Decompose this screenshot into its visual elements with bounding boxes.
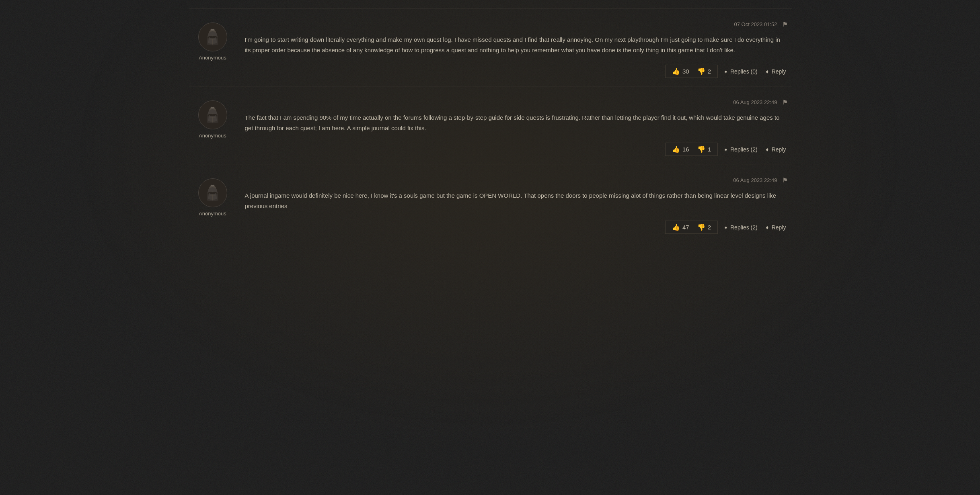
comment-date: 06 Aug 2023 22:49 [733, 99, 777, 105]
comment-content: 06 Aug 2023 22:49 ⚑ A journal ingame wou… [237, 176, 792, 234]
reply-label: Reply [772, 224, 786, 231]
username: Anonymous [199, 55, 226, 61]
like-button[interactable]: 👍 16 [672, 145, 689, 153]
avatar-section: Anonymous [189, 176, 237, 217]
vote-box: 👍 16 👎 1 [665, 143, 718, 156]
comment-actions: 👍 16 👎 1 ➧ Replies (2) ➧ Reply [245, 143, 788, 156]
replies-label: Replies (2) [730, 146, 758, 153]
thumbs-up-icon: 👍 [672, 68, 680, 75]
dislike-count: 2 [708, 68, 711, 75]
comments-section: Anonymous 07 Oct 2023 01:52 ⚑ I'm going … [181, 8, 800, 242]
dislike-button[interactable]: 👎 1 [697, 145, 711, 153]
replies-label: Replies (2) [730, 224, 758, 231]
avatar-section: Anonymous [189, 98, 237, 139]
comment-date: 07 Oct 2023 01:52 [734, 21, 777, 27]
avatar-section: Anonymous [189, 20, 237, 61]
dislike-count: 2 [708, 224, 711, 231]
comment-block: Anonymous 07 Oct 2023 01:52 ⚑ I'm going … [189, 8, 792, 86]
comment-text: I'm going to start writing down literall… [245, 35, 788, 55]
thumbs-up-icon: 👍 [672, 145, 680, 153]
flag-icon[interactable]: ⚑ [782, 176, 788, 184]
comment-header: 07 Oct 2023 01:52 ⚑ [245, 20, 788, 28]
like-button[interactable]: 👍 30 [672, 68, 689, 75]
reply-button[interactable]: ➧ Reply [763, 222, 788, 233]
svg-rect-5 [211, 107, 214, 108]
comment-content: 06 Aug 2023 22:49 ⚑ The fact that I am s… [237, 98, 792, 156]
reply-button[interactable]: ➧ Reply [763, 66, 788, 77]
comment-block: Anonymous 06 Aug 2023 22:49 ⚑ The fact t… [189, 86, 792, 164]
avatar [198, 22, 227, 51]
comment-actions: 👍 47 👎 2 ➧ Replies (2) ➧ Reply [245, 221, 788, 234]
replies-arrow-icon: ➧ [723, 146, 728, 153]
thumbs-up-icon: 👍 [672, 223, 680, 231]
vote-box: 👍 47 👎 2 [665, 221, 718, 234]
comment-actions: 👍 30 👎 2 ➧ Replies (0) ➧ Reply [245, 65, 788, 78]
comment-text: A journal ingame would definitely be nic… [245, 190, 788, 211]
thumbs-down-icon: 👎 [697, 68, 705, 75]
reply-label: Reply [772, 146, 786, 153]
like-count: 30 [682, 68, 689, 75]
reply-button[interactable]: ➧ Reply [763, 144, 788, 155]
reply-arrow-icon: ➧ [765, 68, 770, 75]
reply-arrow-icon: ➧ [765, 224, 770, 231]
replies-button[interactable]: ➧ Replies (2) [722, 144, 759, 155]
reply-label: Reply [772, 68, 786, 75]
flag-icon[interactable]: ⚑ [782, 20, 788, 28]
comment-date: 06 Aug 2023 22:49 [733, 177, 777, 183]
replies-label: Replies (0) [730, 68, 758, 75]
dislike-count: 1 [708, 146, 711, 153]
dislike-button[interactable]: 👎 2 [697, 223, 711, 231]
username: Anonymous [199, 133, 226, 139]
comment-block: Anonymous 06 Aug 2023 22:49 ⚑ A journal … [189, 164, 792, 242]
comment-header: 06 Aug 2023 22:49 ⚑ [245, 98, 788, 106]
vote-box: 👍 30 👎 2 [665, 65, 718, 78]
avatar [198, 178, 227, 207]
comment-text: The fact that I am spending 90% of my ti… [245, 112, 788, 133]
like-count: 47 [682, 224, 689, 231]
svg-rect-1 [211, 29, 214, 31]
like-count: 16 [682, 146, 689, 153]
like-button[interactable]: 👍 47 [672, 223, 689, 231]
flag-icon[interactable]: ⚑ [782, 98, 788, 106]
replies-button[interactable]: ➧ Replies (0) [722, 66, 759, 77]
comment-header: 06 Aug 2023 22:49 ⚑ [245, 176, 788, 184]
comment-content: 07 Oct 2023 01:52 ⚑ I'm going to start w… [237, 20, 792, 78]
replies-button[interactable]: ➧ Replies (2) [722, 222, 759, 233]
thumbs-down-icon: 👎 [697, 145, 705, 153]
svg-rect-9 [211, 185, 214, 186]
thumbs-down-icon: 👎 [697, 223, 705, 231]
reply-arrow-icon: ➧ [765, 146, 770, 153]
dislike-button[interactable]: 👎 2 [697, 68, 711, 75]
username: Anonymous [199, 211, 226, 217]
avatar [198, 100, 227, 129]
replies-arrow-icon: ➧ [723, 224, 728, 231]
replies-arrow-icon: ➧ [723, 68, 728, 75]
